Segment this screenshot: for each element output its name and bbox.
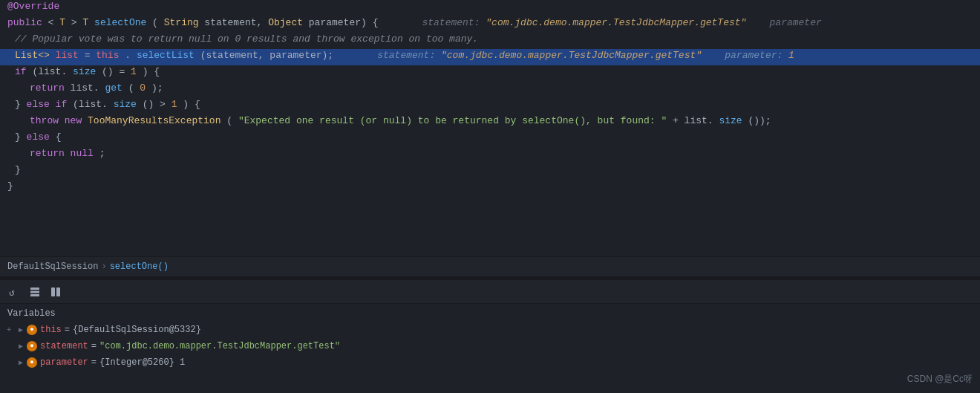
code-line-1: @Override	[0, 0, 980, 16]
this-type-icon: ●	[27, 325, 37, 335]
code-line-12: }	[0, 180, 980, 196]
svg-rect-5	[56, 288, 60, 296]
split-view-button[interactable]	[48, 284, 64, 300]
code-line-5: if (list. size () = 1 ) {	[0, 65, 980, 82]
spacer-statement	[3, 342, 15, 351]
code-line-11: }	[0, 163, 980, 180]
code-editor: @Override public < T > T selectOne ( Str…	[0, 0, 980, 256]
code-line-4: List<> list = this . selectList (stateme…	[0, 49, 980, 65]
spacer-parameter	[3, 358, 15, 367]
expand-parameter[interactable]: ▶	[15, 358, 27, 367]
breadcrumb-class: DefaultSqlSession	[7, 262, 98, 272]
variables-header: Variables	[0, 307, 980, 322]
expand-this[interactable]: ▶	[15, 325, 27, 334]
variable-parameter[interactable]: ▶ ● parameter = {Integer@5260} 1	[0, 354, 980, 371]
code-line-7: } else if (list. size () > 1 ) {	[0, 98, 980, 114]
svg-text:↺: ↺	[9, 288, 15, 297]
statement-type-icon: ●	[27, 341, 37, 351]
svg-rect-2	[30, 290, 39, 293]
expand-statement[interactable]: ▶	[15, 342, 27, 351]
variable-this[interactable]: + ▶ ● this = {DefaultSqlSession@5332}	[0, 322, 980, 338]
svg-rect-3	[30, 294, 39, 296]
code-line-9: } else {	[0, 131, 980, 147]
watermark: CSDN @是Cc呀	[907, 373, 973, 386]
code-line-6: return list. get ( 0 );	[0, 82, 980, 98]
rerun-button[interactable]: ↺	[6, 284, 22, 300]
annotation-override: @Override	[7, 1, 59, 12]
code-line-2: public < T > T selectOne ( String statem…	[0, 16, 980, 33]
debug-toolbar: ↺	[0, 280, 980, 304]
breadcrumb-separator: ›	[101, 262, 106, 272]
code-line-8: throw new TooManyResultsException ( "Exp…	[0, 114, 980, 131]
svg-rect-1	[30, 288, 39, 290]
table-view-button[interactable]	[27, 284, 43, 300]
code-line-10: return null ;	[0, 147, 980, 163]
variable-statement[interactable]: ▶ ● statement = "com.jdbc.demo.mapper.Te…	[0, 338, 980, 354]
svg-rect-4	[51, 288, 55, 296]
parameter-type-icon: ●	[27, 357, 37, 368]
code-line-3: // Popular vote was to return null on 0 …	[0, 33, 980, 49]
add-icon: +	[3, 325, 15, 334]
variables-panel: Variables + ▶ ● this = {DefaultSqlSessio…	[0, 304, 980, 393]
breadcrumb-bar: DefaultSqlSession › selectOne()	[0, 256, 980, 277]
breadcrumb-method: selectOne()	[110, 262, 169, 272]
